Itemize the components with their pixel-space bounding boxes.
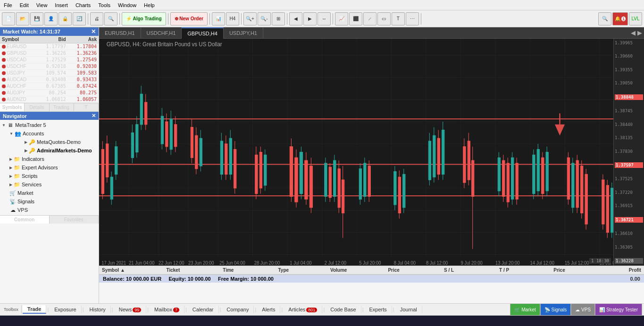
tab-codebase[interactable]: Code Base [326, 306, 361, 313]
market-watch-row[interactable]: USDCAD 1.27529 1.27549 [0, 57, 99, 63]
mw-dot-icon [2, 84, 6, 88]
chart-tab-usdchf[interactable]: USDCHF,H1 [141, 27, 182, 39]
mw-tab-trading[interactable]: Trading [50, 103, 74, 111]
market-watch-row[interactable]: EURUSD 1.17797 1.17804 [0, 43, 99, 50]
chart-prev-button[interactable]: ◀ [631, 29, 636, 36]
properties-button[interactable]: ⊞ [272, 12, 285, 25]
nav-ind-icon: 📁 [14, 156, 20, 162]
print-button[interactable]: 🖨 [90, 12, 103, 25]
nav-root-label: MetaTrader 5 [15, 122, 46, 128]
tab-exposure[interactable]: Exposure [50, 306, 81, 313]
market-watch-close[interactable]: ✕ [91, 28, 96, 35]
nav-accounts-label: Accounts [23, 131, 44, 136]
objects-button[interactable]: ⬛ [349, 12, 362, 25]
menu-help[interactable]: Help [140, 1, 159, 9]
nav-expert-advisors[interactable]: ▶ 📁 Expert Advisors [8, 163, 99, 172]
market-watch-row[interactable]: USDCHF 0.92018 0.92030 [0, 63, 99, 70]
notification-button[interactable]: 🔔1 [612, 12, 628, 25]
tab-articles[interactable]: Articles801 [284, 306, 322, 313]
nav-vps[interactable]: ☁ VPS [8, 206, 99, 214]
global-search-button[interactable]: 🔍 [598, 12, 611, 25]
market-watch-row[interactable]: USDJPY 109.574 109.583 [0, 70, 99, 76]
nav-accounts[interactable]: ▼ 👥 Accounts [8, 129, 99, 138]
nav-tab-favorites[interactable]: Favorites [50, 216, 99, 224]
mw-symbol-text: USDCHF [7, 64, 26, 69]
lock-button[interactable]: 🔒 [59, 12, 72, 25]
save-button[interactable]: 💾 [30, 12, 43, 25]
market-statusbar-button[interactable]: 🛒 Market [510, 303, 540, 316]
level-button[interactable]: LVL [629, 12, 642, 25]
navigator-close[interactable]: ✕ [92, 113, 96, 119]
mw-tab-symbols[interactable]: Symbols [0, 103, 25, 111]
more-tools-button[interactable]: ⋯ [406, 12, 419, 25]
toolbox-label[interactable]: Toolbox [2, 307, 20, 312]
rect-button[interactable]: ▭ [377, 12, 391, 25]
refresh-button[interactable]: 🔄 [73, 12, 86, 25]
nav-indicators[interactable]: ▶ 📁 Indicators [8, 155, 99, 163]
chart-next-button[interactable]: ▶ [637, 29, 642, 36]
search-button[interactable]: 🔍 [104, 12, 117, 25]
mw-tab-details[interactable]: Details [25, 103, 49, 111]
chart-tab-usdjpy[interactable]: USDJPY,H1 [224, 27, 263, 39]
open-template-button[interactable]: 📂 [16, 12, 29, 25]
indicators-button[interactable]: 📈 [335, 12, 348, 25]
vps-statusbar-button[interactable]: ☁ VPS [571, 303, 595, 316]
data-window-button[interactable]: 📊 [212, 12, 225, 25]
strategy-tester-button[interactable]: 📊 Strategy Tester [595, 303, 642, 316]
period-button[interactable]: H4 [226, 12, 239, 25]
zoom-in-button[interactable]: 🔍+ [243, 12, 257, 25]
market-watch-row[interactable]: GBPUSD 1.36226 1.36236 [0, 50, 99, 57]
profile-button[interactable]: 👤 [44, 12, 58, 25]
navigator-title: Navigator [3, 113, 27, 119]
tab-news[interactable]: News99 [114, 306, 147, 313]
menu-insert[interactable]: Insert [51, 1, 72, 9]
mw-tab-t[interactable]: T [74, 103, 99, 111]
nav-scripts-label: Scripts [22, 173, 38, 179]
menu-window[interactable]: Window [114, 1, 140, 9]
chart-tab-gbpusd[interactable]: GBPUSD,H4 [182, 27, 224, 39]
nav-scripts[interactable]: ▶ 📁 Scripts [8, 172, 99, 180]
nav-market[interactable]: 🛒 Market [8, 189, 99, 197]
signals-statusbar-button[interactable]: 📡 Signals [540, 303, 571, 316]
tab-history[interactable]: History [85, 306, 111, 313]
algo-trading-button[interactable]: ⚡ Algo Trading [122, 12, 166, 25]
trendline-button[interactable]: ⟋ [363, 12, 376, 25]
nav-account1[interactable]: ▶ 🔑 MetaQuotes-Demo [23, 138, 99, 146]
market-watch-row[interactable]: AUDJPY 80.254 80.275 [0, 90, 99, 96]
bottom-tabs-bar: Toolbox Trade | Exposure | History | New… [0, 303, 644, 316]
tab-company[interactable]: Company [222, 306, 254, 313]
nav-tab-common[interactable]: Common [0, 216, 50, 224]
svg-text:17 Jun 2021: 17 Jun 2021 [101, 260, 126, 266]
market-watch-row[interactable]: AUDCHF 0.67385 0.67424 [0, 83, 99, 90]
text-button[interactable]: T [392, 12, 405, 25]
tab-alerts[interactable]: Alerts [257, 306, 280, 313]
auto-scroll-button[interactable]: ↔ [318, 12, 331, 25]
chart-canvas[interactable]: GBPUSD, H4: Great Britain Pound vs US Do… [99, 39, 644, 266]
chart-tab-eurusd[interactable]: EURUSD,H1 [99, 27, 141, 39]
nav-root[interactable]: ▼ 🖥 MetaTrader 5 [0, 121, 99, 129]
menu-tools[interactable]: Tools [94, 1, 114, 9]
tab-mailbox[interactable]: Mailbox7 [150, 306, 184, 313]
tab-journal[interactable]: Journal [395, 306, 422, 313]
nav-services[interactable]: ▶ 📁 Services [8, 180, 99, 189]
market-watch-row[interactable]: AUDNZD 1.06012 1.06057 [0, 96, 99, 103]
tab-experts[interactable]: Experts [365, 306, 392, 313]
zoom-out-button[interactable]: 🔍- [258, 12, 271, 25]
nav-signals[interactable]: 📡 Signals [8, 197, 99, 206]
tab-trade[interactable]: Trade [23, 305, 46, 314]
back-button[interactable]: ◀ [289, 12, 302, 25]
tab-calendar[interactable]: Calendar [188, 306, 219, 313]
sep4: | [146, 307, 150, 312]
new-chart-button[interactable]: 📄 [2, 12, 15, 25]
new-order-button[interactable]: ⊕ New Order [170, 12, 208, 25]
mw-dot-icon [2, 78, 6, 82]
menu-edit[interactable]: Edit [16, 1, 33, 9]
nav-account2[interactable]: ▶ 🔑 AdmiralMarkets-Demo [23, 146, 99, 155]
forward-button[interactable]: ▶ [303, 12, 317, 25]
menubar: File Edit View Insert Charts Tools Windo… [0, 0, 644, 10]
svg-rect-129 [516, 163, 518, 199]
market-watch-row[interactable]: AUDCAD 0.93408 0.93433 [0, 76, 99, 83]
menu-view[interactable]: View [33, 1, 51, 9]
menu-file[interactable]: File [0, 1, 16, 9]
menu-charts[interactable]: Charts [72, 1, 94, 9]
